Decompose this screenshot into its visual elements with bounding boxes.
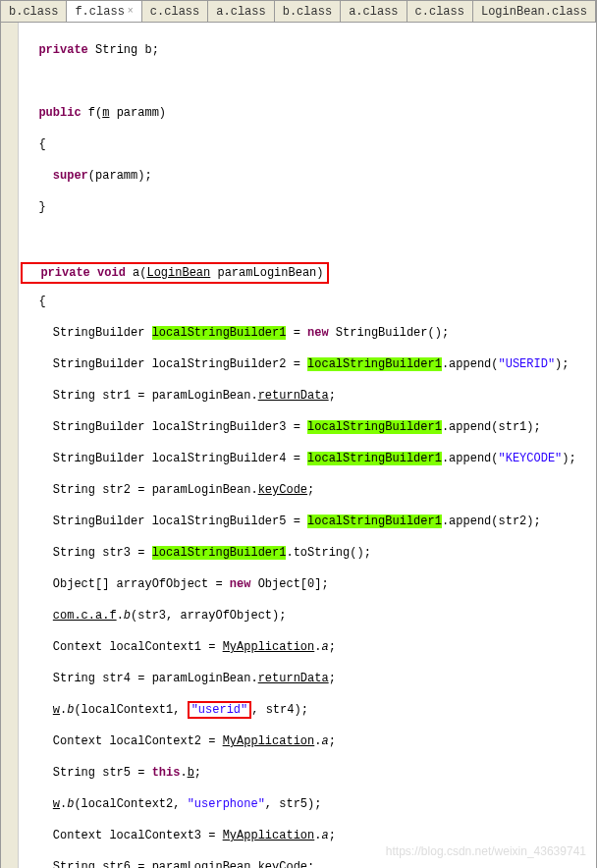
tab-bar: b.class f.class× c.class a.class b.class…: [1, 1, 596, 23]
tab-loginbean-class[interactable]: LoginBean.class: [473, 1, 596, 22]
tab-a-class[interactable]: a.class: [208, 1, 274, 22]
editor-container: b.class f.class× c.class a.class b.class…: [0, 0, 597, 868]
close-icon[interactable]: ×: [128, 6, 134, 17]
tab-b-class[interactable]: b.class: [1, 1, 67, 22]
tab-a-class-2[interactable]: a.class: [341, 1, 407, 22]
code-viewport[interactable]: private String b; public f(m paramm) { s…: [19, 23, 596, 868]
gutter: [1, 23, 19, 868]
watermark: https://blog.csdn.net/weixin_43639741: [386, 843, 586, 859]
editor-area: private String b; public f(m paramm) { s…: [1, 23, 596, 868]
method-signature-highlight: private void a(LoginBean paramLoginBean): [21, 262, 329, 284]
userid-highlight: "userid": [188, 701, 252, 719]
tab-b-class-2[interactable]: b.class: [275, 1, 341, 22]
tab-c-class[interactable]: c.class: [142, 1, 208, 22]
tab-f-class[interactable]: f.class×: [67, 1, 141, 22]
tab-c-class-2[interactable]: c.class: [407, 1, 473, 22]
